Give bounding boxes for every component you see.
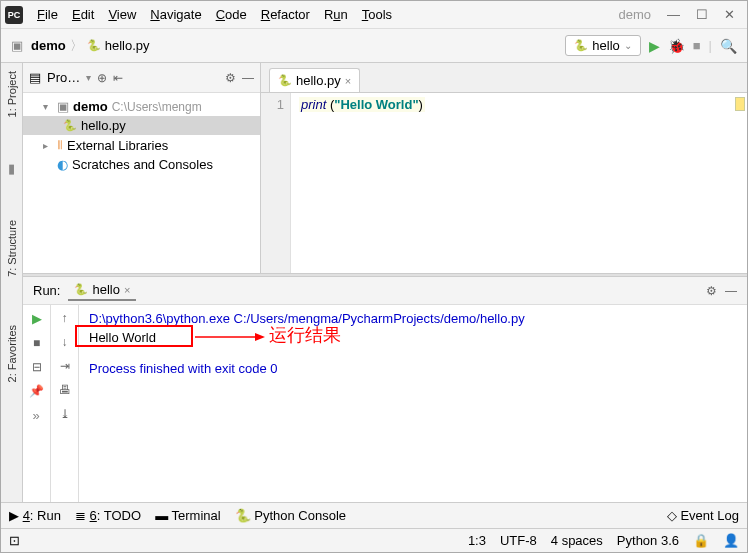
sidebar-tab-project[interactable]: 1: Project	[4, 67, 20, 121]
bookmark-icon[interactable]: ▮	[8, 161, 15, 176]
python-icon: 🐍	[74, 283, 88, 296]
print-icon[interactable]: 🖶	[59, 383, 71, 397]
status-interpreter[interactable]: Python 3.6	[617, 533, 679, 548]
menu-tools[interactable]: Tools	[356, 5, 398, 24]
chevron-right-icon: 〉	[70, 37, 83, 55]
target-icon[interactable]: ⊕	[97, 71, 107, 85]
expand-arrow-icon[interactable]: ▾	[43, 101, 53, 112]
wrap-icon[interactable]: ⇥	[60, 359, 70, 373]
bottom-python-console-button[interactable]: 🐍 Python Console	[235, 508, 346, 523]
console-output[interactable]: D:\python3.6\python.exe C:/Users/mengma/…	[79, 305, 747, 502]
menu-navigate[interactable]: Navigate	[144, 5, 207, 24]
editor-tab-label: hello.py	[296, 73, 341, 88]
collapse-icon[interactable]: ⇤	[113, 71, 123, 85]
sidebar-tab-structure[interactable]: 7: Structure	[4, 216, 20, 281]
close-tab-icon[interactable]: ×	[124, 284, 130, 296]
run-config-select[interactable]: 🐍 hello ⌄	[565, 35, 640, 56]
status-caret-pos[interactable]: 1:3	[468, 533, 486, 548]
run-panel-title: Run:	[33, 283, 60, 298]
menu-view[interactable]: View	[102, 5, 142, 24]
stop-button[interactable]: ■	[693, 38, 701, 53]
lock-icon[interactable]: 🔒	[693, 533, 709, 548]
stop-button[interactable]: ■	[33, 336, 40, 350]
tree-external-libraries[interactable]: ▸ ⫴ External Libraries	[23, 135, 260, 155]
code-token-string: "Hello World"	[334, 97, 418, 112]
menu-edit[interactable]: Edit	[66, 5, 100, 24]
bottom-run-button[interactable]: ▶ 4: Run	[9, 508, 61, 523]
up-icon[interactable]: ↑	[62, 311, 68, 325]
chevron-down-icon: ⌄	[624, 40, 632, 51]
main-menu: File Edit View Navigate Code Refactor Ru…	[31, 5, 398, 24]
menu-refactor[interactable]: Refactor	[255, 5, 316, 24]
status-icon[interactable]: ⊡	[9, 533, 20, 548]
folder-icon: ▣	[57, 99, 69, 114]
code-token-print: print	[301, 97, 326, 112]
tree-root-path: C:\Users\mengm	[112, 100, 202, 114]
hector-icon[interactable]: 👤	[723, 533, 739, 548]
python-icon: 🐍	[574, 39, 588, 52]
tree-project-root[interactable]: ▾ ▣ demo C:\Users\mengm	[23, 97, 260, 116]
tree-scratches[interactable]: ◐ Scratches and Consoles	[23, 155, 260, 174]
tree-extlibs-label: External Libraries	[67, 138, 168, 153]
hide-icon[interactable]: —	[725, 284, 737, 298]
close-tab-icon[interactable]: ×	[345, 75, 351, 87]
bottom-todo-button[interactable]: ≣ 6: TODO	[75, 508, 141, 523]
gear-icon[interactable]: ⚙	[706, 284, 717, 298]
annotation-highlight-box	[75, 325, 193, 347]
breadcrumb: ▣ demo 〉 🐍 hello.py	[11, 37, 149, 55]
expand-arrow-icon[interactable]: ▸	[43, 140, 53, 151]
scratches-icon: ◐	[57, 157, 68, 172]
maximize-icon[interactable]: ☐	[696, 7, 708, 22]
tree-scratches-label: Scratches and Consoles	[72, 157, 213, 172]
minimize-icon[interactable]: —	[667, 7, 680, 22]
bottom-terminal-button[interactable]: ▬ Terminal	[155, 508, 221, 523]
more-icon[interactable]: »	[32, 408, 40, 423]
status-indent[interactable]: 4 spaces	[551, 533, 603, 548]
python-file-icon: 🐍	[87, 39, 101, 52]
debug-button[interactable]: 🐞	[668, 38, 685, 54]
annotation-label: 运行结果	[269, 323, 341, 347]
line-number: 1	[261, 97, 284, 112]
folder-icon: ▣	[11, 38, 23, 53]
run-config-name: hello	[592, 38, 619, 53]
menu-file[interactable]: File	[31, 5, 64, 24]
close-icon[interactable]: ✕	[724, 7, 735, 22]
hide-icon[interactable]: —	[242, 71, 254, 85]
project-view-icon: ▤	[29, 70, 41, 85]
library-icon: ⫴	[57, 137, 63, 153]
console-exit-line: Process finished with exit code 0	[89, 361, 737, 376]
scroll-icon[interactable]: ⤓	[60, 407, 70, 421]
event-log-button[interactable]: ◇ Event Log	[667, 508, 739, 523]
menu-run[interactable]: Run	[318, 5, 354, 24]
tree-file-label: hello.py	[81, 118, 126, 133]
search-icon[interactable]: 🔍	[720, 38, 737, 54]
tree-root-name: demo	[73, 99, 108, 114]
annotation-arrow	[195, 329, 265, 345]
sidebar-tab-favorites[interactable]: 2: Favorites	[4, 321, 20, 386]
console-command-line: D:\python3.6\python.exe C:/Users/mengma/…	[89, 311, 737, 326]
menu-code[interactable]: Code	[210, 5, 253, 24]
pin-icon[interactable]: 📌	[29, 384, 44, 398]
gear-icon[interactable]: ⚙	[225, 71, 236, 85]
python-file-icon: 🐍	[278, 74, 292, 87]
line-gutter: 1	[261, 93, 291, 273]
down-icon[interactable]: ↓	[62, 335, 68, 349]
warning-stripe[interactable]	[735, 97, 745, 111]
title-project-name: demo	[618, 7, 659, 22]
layout-icon[interactable]: ⊟	[32, 360, 42, 374]
svg-marker-1	[255, 333, 265, 341]
code-editor[interactable]: 1 print ("Hello World")	[261, 93, 747, 273]
breadcrumb-project[interactable]: demo	[31, 38, 66, 53]
chevron-down-icon[interactable]: ▾	[86, 72, 91, 83]
rerun-button[interactable]: ▶	[32, 311, 42, 326]
breadcrumb-file[interactable]: hello.py	[105, 38, 150, 53]
status-encoding[interactable]: UTF-8	[500, 533, 537, 548]
editor-tab-hello[interactable]: 🐍 hello.py ×	[269, 68, 360, 92]
project-panel-title[interactable]: Pro…	[47, 70, 80, 85]
python-file-icon: 🐍	[63, 119, 77, 132]
pycharm-logo: PC	[5, 6, 23, 24]
run-tab-hello[interactable]: 🐍 hello ×	[68, 280, 136, 301]
tree-file-hello[interactable]: 🐍 hello.py	[23, 116, 260, 135]
run-button[interactable]: ▶	[649, 38, 660, 54]
run-tab-label: hello	[92, 282, 119, 297]
